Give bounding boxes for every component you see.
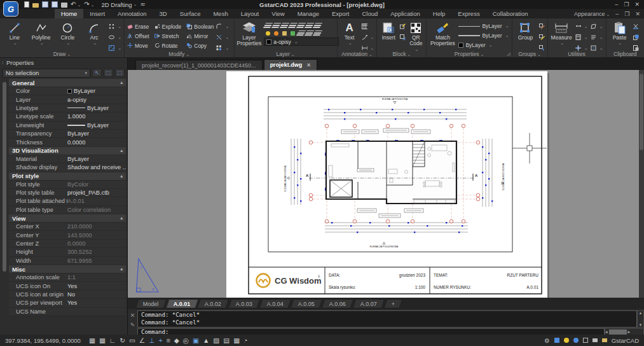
section-misc[interactable]: Misc▴ bbox=[9, 265, 126, 273]
table-icon[interactable] bbox=[362, 22, 374, 31]
prop-row[interactable]: UCS icon at originNo bbox=[9, 291, 126, 299]
layer-tool-icon[interactable] bbox=[313, 31, 322, 36]
new-layout-button[interactable]: + bbox=[384, 299, 403, 308]
license-icon[interactable] bbox=[554, 338, 559, 343]
isometric-toggle-icon[interactable]: ▭ bbox=[129, 336, 135, 344]
rotate-button[interactable]: Rotate bbox=[154, 41, 182, 50]
bulb-icon[interactable] bbox=[564, 338, 569, 343]
prop-row[interactable]: UCS icon OnYes bbox=[9, 282, 126, 290]
quick-properties-icon[interactable]: ▦ bbox=[233, 336, 240, 344]
layout-tab-a006[interactable]: A.0.06 bbox=[322, 299, 354, 308]
cut-icon[interactable] bbox=[633, 22, 639, 31]
mirror-button[interactable]: Mirror bbox=[186, 31, 214, 41]
app-logo-icon[interactable]: G bbox=[3, 1, 18, 17]
prop-row[interactable]: UCS per viewportYes bbox=[9, 299, 126, 307]
prop-row[interactable]: MaterialByLayer bbox=[9, 155, 126, 163]
ungroup-icon[interactable] bbox=[539, 22, 545, 31]
doc-close-button[interactable]: ✕ bbox=[635, 11, 640, 17]
ortho-toggle-icon[interactable]: ∟ bbox=[109, 336, 116, 344]
otrack-toggle-icon[interactable]: + bbox=[158, 336, 162, 344]
scroll-left-icon[interactable]: ◂ bbox=[605, 329, 608, 335]
printer-icon[interactable] bbox=[593, 338, 598, 342]
quick-measure-icon[interactable] bbox=[575, 22, 588, 31]
close-button[interactable]: ✕ bbox=[634, 1, 640, 8]
clean-screen-icon[interactable]: ◔ bbox=[243, 336, 247, 344]
prop-row[interactable]: Plot style tableprojekt_PAB.ctb bbox=[9, 189, 126, 197]
folder-icon[interactable] bbox=[602, 338, 607, 342]
restore-button[interactable]: ❐ bbox=[624, 1, 629, 8]
annotation-scale-icon[interactable]: ▤ bbox=[223, 336, 230, 344]
erase-button[interactable]: Erase bbox=[127, 22, 149, 31]
polar-toggle-icon[interactable]: ↻ bbox=[120, 336, 125, 344]
prop-row[interactable]: Linetype scale1.0000 bbox=[9, 113, 126, 121]
palette-title-bar[interactable]: ⁞ Properties bbox=[0, 58, 127, 67]
annotation-visibility-icon[interactable]: ▲ bbox=[203, 336, 209, 344]
angle-snap-icon[interactable]: ∠ bbox=[139, 336, 145, 344]
stretch-button[interactable]: Stretch bbox=[154, 31, 182, 41]
block-edit-icon[interactable] bbox=[400, 22, 406, 31]
tab-export[interactable]: Export bbox=[325, 9, 355, 18]
group-button[interactable]: Group bbox=[515, 20, 537, 41]
scroll-up-icon[interactable]: ▲ bbox=[639, 311, 643, 315]
redo-icon[interactable]: ↷ bbox=[84, 1, 94, 8]
doc-restore-button[interactable]: ❐ bbox=[624, 11, 629, 17]
command-history[interactable]: Command: *Cancel*Command: *Cancel* bbox=[137, 310, 637, 328]
osnap-toggle-icon[interactable]: ⊥ bbox=[149, 336, 154, 344]
prop-row[interactable]: Layera-opisy bbox=[9, 95, 126, 104]
snap-toggle-icon[interactable]: ▦ bbox=[99, 336, 106, 344]
measure-button[interactable]: Measure bbox=[551, 20, 573, 46]
color-dropdown[interactable]: ByLayer bbox=[458, 41, 509, 50]
save-as-icon[interactable] bbox=[51, 1, 58, 8]
drawing-canvas[interactable]: CG Wisdom ® DATA: grudzień 2023 Skala ry… bbox=[128, 70, 639, 298]
prop-row[interactable]: LinetypeByLayer bbox=[9, 104, 126, 113]
dynamic-input-icon[interactable]: ▣ bbox=[193, 336, 199, 344]
scroll-down-icon[interactable]: ▼ bbox=[639, 323, 643, 327]
polyline-button[interactable]: Polyline bbox=[29, 20, 53, 46]
layer-on-bulb-icon[interactable] bbox=[266, 31, 270, 36]
explode-button[interactable]: Explode bbox=[154, 22, 182, 31]
copy-button[interactable]: Copy bbox=[186, 41, 214, 50]
layer-tool-icon[interactable] bbox=[313, 23, 322, 28]
prop-row[interactable]: LineweightByLayer bbox=[9, 121, 126, 130]
lineweight-toggle-icon[interactable]: ≡ bbox=[167, 336, 170, 344]
scroll-right-icon[interactable]: ▸ bbox=[628, 329, 631, 335]
tab-cloud[interactable]: Cloud bbox=[355, 9, 384, 18]
panel-label-properties[interactable]: Properties bbox=[427, 51, 511, 57]
minimize-button[interactable]: – bbox=[615, 1, 618, 8]
layer-plot-icon[interactable] bbox=[291, 31, 295, 36]
tab-layout[interactable]: Layout bbox=[235, 9, 266, 18]
undo-icon[interactable]: ↶ bbox=[71, 1, 81, 8]
tab-view[interactable]: View bbox=[265, 9, 291, 18]
panel-label-block[interactable]: Block bbox=[377, 51, 426, 57]
point-style-icon[interactable] bbox=[109, 22, 121, 31]
line-button[interactable]: Line bbox=[3, 20, 27, 46]
layer-dropdown[interactable]: a-opisy bbox=[264, 38, 339, 46]
layout-tab-a003[interactable]: A.0.03 bbox=[228, 299, 261, 308]
plot-icon[interactable] bbox=[61, 3, 67, 8]
gear-icon[interactable]: ⚙ bbox=[544, 337, 550, 344]
move-button[interactable]: Move bbox=[127, 41, 149, 50]
group-edit-icon[interactable] bbox=[539, 32, 545, 42]
text-button[interactable]: A Text bbox=[340, 20, 359, 46]
tab-surface[interactable]: Surface bbox=[174, 9, 207, 18]
panel-label-modify[interactable]: Modify bbox=[125, 51, 234, 57]
match-properties-button[interactable]: Match Properties bbox=[429, 20, 456, 47]
section-3d-visualization[interactable]: 3D Visualization▴ bbox=[9, 147, 126, 155]
section-general[interactable]: General▴ bbox=[9, 79, 126, 87]
calculator-icon[interactable] bbox=[575, 32, 588, 42]
feedback-icon[interactable] bbox=[573, 338, 579, 343]
panel-label-draw[interactable]: Draw bbox=[0, 51, 124, 57]
command-vscrollbar[interactable]: ▲ ▼ bbox=[637, 310, 644, 328]
ellipse-icon[interactable] bbox=[109, 32, 121, 42]
insert-button[interactable]: Insert bbox=[380, 20, 397, 41]
area-icon[interactable] bbox=[591, 22, 603, 31]
section-plot-style[interactable]: Plot style▴ bbox=[9, 172, 126, 181]
prop-row[interactable]: TransparencyByLayer bbox=[9, 130, 126, 138]
panel-label-clipboard[interactable]: Clipboard bbox=[606, 51, 644, 57]
layer-properties-button[interactable]: Layer Properties bbox=[237, 20, 262, 47]
layout-tab-a005[interactable]: A.0.05 bbox=[291, 299, 323, 308]
select-objects-icon[interactable]: ⬚ bbox=[104, 69, 113, 77]
tab-home[interactable]: Home bbox=[55, 9, 83, 18]
panel-label-layer[interactable]: Layer bbox=[235, 51, 337, 57]
autoscale-icon[interactable]: ▨ bbox=[213, 336, 219, 344]
